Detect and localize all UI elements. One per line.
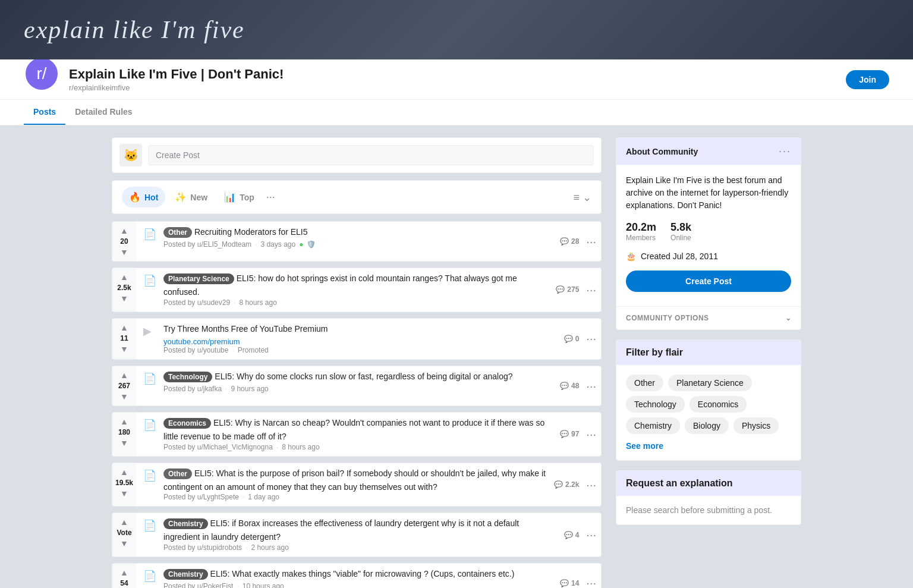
post-type-icon: 📄 [143,228,158,242]
post-more-button[interactable]: ··· [586,478,596,492]
created-text: Created Jul 28, 2011 [641,251,718,261]
post-content: Other ELI5: What is the purpose of priso… [163,468,547,502]
stats-row: 20.2m Members 5.8k Online [626,221,791,242]
about-more-button[interactable]: ··· [779,145,791,158]
post-author: Posted by u/jkafka [163,385,222,393]
main-layout: 🐱 Create Post 🔥 Hot ✨ New 📊 Top ··· ≡ ⌄ [100,137,813,588]
upvote-button[interactable]: ▲ [120,273,128,281]
new-icon: ✨ [175,191,187,203]
comment-icon: 💬 [556,285,565,294]
post-meta: Posted by u/ELI5_Modteam ·3 days ago ● 🛡… [163,240,553,249]
post-title: ELI5: What is the purpose of prison bail… [163,468,546,492]
post-content: Chemistry ELI5: if Borax increases the e… [163,518,557,552]
post-type-icon: 📄 [143,372,158,386]
post-more-button[interactable]: ··· [586,576,596,588]
post-more-button[interactable]: ··· [586,379,596,393]
post-type-icon: 📄 [143,274,158,288]
comment-count[interactable]: 💬 28 [560,237,579,246]
post-author: Posted by u/stupidrobots [163,543,242,552]
post-more-button[interactable]: ··· [586,283,596,297]
vote-column: ▲ 54 ▼ [112,564,136,588]
post-title-row: Chemistry ELI5: if Borax increases the e… [163,518,557,543]
post-title-row: Other ELI5: What is the purpose of priso… [163,468,547,493]
create-post-input[interactable]: Create Post [148,145,594,165]
sort-more-button[interactable]: ··· [266,191,275,203]
vote-count: Vote [117,529,131,537]
post-meta: Posted by u/Michael_VicMignogna ·8 hours… [163,443,553,451]
flair-tag-other[interactable]: Other [626,375,663,391]
hot-label: Hot [144,193,158,202]
sort-new-button[interactable]: ✨ New [168,187,215,207]
flair-tag-physics[interactable]: Physics [733,417,779,434]
post-title-row: Technology ELI5: Why do some clocks run … [163,371,553,385]
post-author: Posted by u/youtube [163,346,228,354]
upvote-button[interactable]: ▲ [120,468,128,476]
downvote-button[interactable]: ▼ [120,294,128,303]
posts-container: ▲ 20 ▼ 📄 Other Recruiting Moderators for… [112,221,602,588]
post-time: 8 hours ago [239,298,276,307]
post-type-icon: ▶ [143,325,158,339]
online-label: Online [670,234,691,242]
tab-detailed-rules[interactable]: Detailed Rules [65,100,141,125]
downvote-button[interactable]: ▼ [120,539,128,548]
post-meta: Posted by u/sudev29 ·8 hours ago [163,298,549,307]
upvote-button[interactable]: ▲ [120,568,128,577]
comment-count[interactable]: 💬 2.2k [554,480,579,489]
upvote-button[interactable]: ▲ [120,417,128,426]
downvote-button[interactable]: ▼ [120,439,128,447]
post-flair: Economics [163,418,211,429]
post-more-button[interactable]: ··· [586,235,596,249]
upvote-button[interactable]: ▲ [120,323,128,332]
post-body: 📄 Chemistry ELI5: What exactly makes thi… [136,564,560,588]
comment-count[interactable]: 💬 48 [560,382,579,390]
post-more-button[interactable]: ··· [586,332,596,345]
sort-view-button[interactable]: ≡ ⌄ [573,191,591,204]
sort-top-button[interactable]: 📊 Top [217,187,262,207]
post-time: 1 day ago [248,493,279,501]
post-more-button[interactable]: ··· [586,427,596,441]
post-time: 9 hours ago [231,385,268,393]
subreddit-icon: r/ [24,56,59,92]
sort-hot-button[interactable]: 🔥 Hot [122,187,165,207]
members-stat: 20.2m Members [626,221,656,242]
online-value: 5.8k [670,221,691,234]
community-options-row[interactable]: COMMUNITY OPTIONS ⌄ [616,306,801,329]
post-body: 📄 Chemistry ELI5: if Borax increases the… [136,513,564,556]
join-button[interactable]: Join [846,70,889,89]
sort-bar: 🔥 Hot ✨ New 📊 Top ··· ≡ ⌄ [112,180,602,214]
post-right: 💬 2.2k ··· [554,463,601,507]
flair-tag-technology[interactable]: Technology [626,396,685,413]
top-icon: 📊 [224,191,236,203]
flair-tag-economics[interactable]: Economics [690,396,747,413]
flair-tag-chemistry[interactable]: Chemistry [626,417,680,434]
flair-tag-biology[interactable]: Biology [685,417,729,434]
downvote-button[interactable]: ▼ [120,489,128,498]
see-more-link[interactable]: See more [626,441,791,451]
post-card: ▲ 19.5k ▼ 📄 Other ELI5: What is the purp… [112,463,602,507]
promoted-link[interactable]: youtube.com/premium [163,337,557,346]
post-right: 💬 14 ··· [560,564,601,588]
comment-count[interactable]: 💬 4 [564,531,580,539]
upvote-button[interactable]: ▲ [120,371,128,379]
flair-tags: OtherPlanetary ScienceTechnologyEconomic… [626,375,791,434]
downvote-button[interactable]: ▼ [120,392,128,401]
post-right: 💬 275 ··· [556,268,601,312]
tab-posts[interactable]: Posts [24,100,65,125]
about-description: Explain Like I'm Five is the best forum … [626,174,791,212]
flair-filter-header: Filter by flair [616,340,801,365]
post-title: Try Three Months Free of YouTube Premium [163,324,328,334]
post-more-button[interactable]: ··· [586,528,596,542]
downvote-button[interactable]: ▼ [120,345,128,353]
comment-count[interactable]: 💬 0 [564,335,580,343]
upvote-button[interactable]: ▲ [120,518,128,526]
comment-count[interactable]: 💬 14 [560,579,579,587]
downvote-button[interactable]: ▼ [120,248,128,256]
sidebar-create-post-button[interactable]: Create Post [626,271,791,292]
upvote-button[interactable]: ▲ [120,227,128,235]
banner: explain like I'm five [0,0,913,59]
flair-tag-planetary[interactable]: Planetary Science [668,375,752,391]
comment-count[interactable]: 💬 275 [556,285,579,294]
comment-number: 28 [571,237,579,246]
vote-column: ▲ 19.5k ▼ [112,463,136,507]
comment-count[interactable]: 💬 97 [560,430,579,438]
